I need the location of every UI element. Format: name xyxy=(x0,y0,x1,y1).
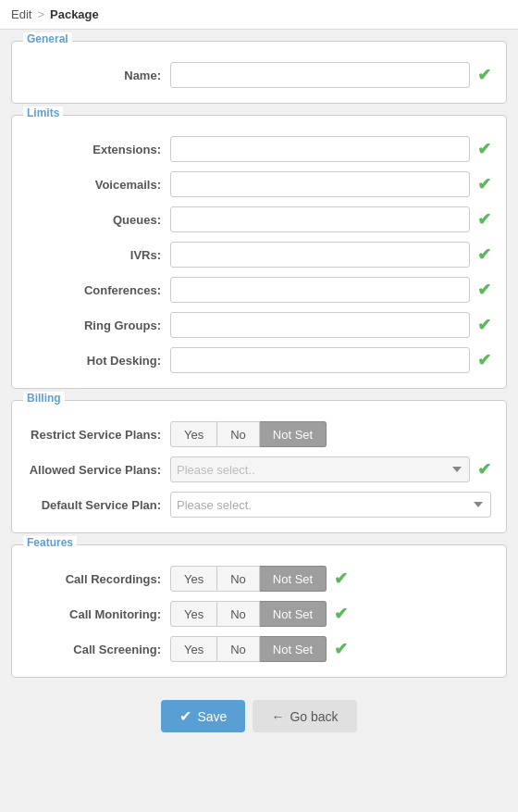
call-recordings-check-icon: ✔ xyxy=(334,568,348,589)
features-legend: Features xyxy=(23,536,77,549)
restrict-no-button[interactable]: No xyxy=(217,421,260,447)
save-button[interactable]: ✔ Save xyxy=(161,700,245,732)
extensions-check-icon: ✔ xyxy=(477,139,491,159)
restrict-service-plans-label: Restrict Service Plans: xyxy=(27,428,170,442)
allowed-service-plans-label: Allowed Service Plans: xyxy=(27,463,170,477)
call-recordings-label: Call Recordings: xyxy=(27,572,170,586)
extensions-label: Extensions: xyxy=(27,143,170,156)
extensions-input[interactable] xyxy=(170,136,470,162)
allowed-service-plans-row: Allowed Service Plans: Please select.. ✔ xyxy=(27,456,491,482)
extensions-row: Extensions: ✔ xyxy=(27,136,491,162)
call-monitoring-btngroup: Yes No Not Set xyxy=(170,601,327,627)
save-label: Save xyxy=(197,709,227,724)
call-screening-check-icon: ✔ xyxy=(334,639,348,659)
breadcrumb-current: Package xyxy=(50,7,99,21)
queues-check-icon: ✔ xyxy=(477,209,491,230)
call-monitoring-row: Call Monitoring: Yes No Not Set ✔ xyxy=(27,601,491,627)
hot-desking-label: Hot Desking: xyxy=(27,354,170,368)
billing-section: Billing Restrict Service Plans: Yes No N… xyxy=(11,400,507,533)
ring-groups-check-icon: ✔ xyxy=(477,315,491,335)
call-monitoring-label: Call Monitoring: xyxy=(27,607,170,621)
breadcrumb-edit-link[interactable]: Edit xyxy=(11,7,31,21)
call-screening-row: Call Screening: Yes No Not Set ✔ xyxy=(27,636,491,662)
call-recordings-row: Call Recordings: Yes No Not Set ✔ xyxy=(27,566,491,592)
restrict-service-plans-row: Restrict Service Plans: Yes No Not Set xyxy=(27,421,491,447)
call-monitoring-no-button[interactable]: No xyxy=(217,601,260,627)
default-service-plan-select[interactable]: Please select. xyxy=(170,492,491,518)
limits-legend: Limits xyxy=(23,106,63,119)
conferences-check-icon: ✔ xyxy=(477,280,491,300)
call-recordings-notset-button[interactable]: Not Set xyxy=(260,566,327,592)
ring-groups-label: Ring Groups: xyxy=(27,319,170,332)
queues-label: Queues: xyxy=(27,213,170,227)
queues-input[interactable] xyxy=(170,206,470,232)
save-check-icon: ✔ xyxy=(179,707,191,725)
hot-desking-check-icon: ✔ xyxy=(477,350,491,370)
voicemails-row: Voicemails: ✔ xyxy=(27,171,491,197)
bottom-actions: ✔ Save ← Go back xyxy=(11,689,507,747)
features-section: Features Call Recordings: Yes No Not Set… xyxy=(11,544,507,678)
default-service-plan-row: Default Service Plan: Please select. xyxy=(27,492,491,518)
conferences-row: Conferences: ✔ xyxy=(27,277,491,303)
call-recordings-yes-button[interactable]: Yes xyxy=(170,566,217,592)
ring-groups-row: Ring Groups: ✔ xyxy=(27,312,491,338)
call-screening-yes-button[interactable]: Yes xyxy=(170,636,217,662)
go-back-label: Go back xyxy=(290,709,338,724)
go-back-button[interactable]: ← Go back xyxy=(253,700,356,732)
ring-groups-input[interactable] xyxy=(170,312,470,338)
restrict-yes-button[interactable]: Yes xyxy=(170,421,217,447)
ivrs-label: IVRs: xyxy=(27,248,170,262)
default-service-plan-label: Default Service Plan: xyxy=(27,498,170,512)
ivrs-row: IVRs: ✔ xyxy=(27,242,491,268)
hot-desking-row: Hot Desking: ✔ xyxy=(27,347,491,373)
call-screening-label: Call Screening: xyxy=(27,643,170,656)
restrict-service-plans-btngroup: Yes No Not Set xyxy=(170,421,327,447)
voicemails-input[interactable] xyxy=(170,171,470,197)
conferences-input[interactable] xyxy=(170,277,470,303)
breadcrumb: Edit > Package xyxy=(0,0,518,30)
call-monitoring-check-icon: ✔ xyxy=(334,604,348,624)
call-screening-notset-button[interactable]: Not Set xyxy=(260,636,327,662)
call-recordings-btngroup: Yes No Not Set xyxy=(170,566,327,592)
voicemails-check-icon: ✔ xyxy=(477,174,491,194)
ivrs-input[interactable] xyxy=(170,242,470,268)
name-check-icon: ✔ xyxy=(477,65,491,85)
call-monitoring-notset-button[interactable]: Not Set xyxy=(260,601,327,627)
queues-row: Queues: ✔ xyxy=(27,206,491,232)
go-back-arrow-icon: ← xyxy=(271,709,284,724)
billing-legend: Billing xyxy=(23,392,65,405)
call-recordings-no-button[interactable]: No xyxy=(217,566,260,592)
allowed-service-plans-check-icon: ✔ xyxy=(477,459,491,480)
breadcrumb-separator: > xyxy=(37,7,44,21)
allowed-service-plans-select[interactable]: Please select.. xyxy=(170,456,470,482)
call-monitoring-yes-button[interactable]: Yes xyxy=(170,601,217,627)
conferences-label: Conferences: xyxy=(27,283,170,297)
call-screening-btngroup: Yes No Not Set xyxy=(170,636,327,662)
name-input[interactable] xyxy=(170,62,470,88)
voicemails-label: Voicemails: xyxy=(27,178,170,192)
page-content: General Name: ✔ Limits Extensions: ✔ Voi… xyxy=(0,30,518,758)
name-row: Name: ✔ xyxy=(27,62,491,88)
hot-desking-input[interactable] xyxy=(170,347,470,373)
general-legend: General xyxy=(23,32,72,45)
restrict-notset-button[interactable]: Not Set xyxy=(260,421,327,447)
call-screening-no-button[interactable]: No xyxy=(217,636,260,662)
limits-section: Limits Extensions: ✔ Voicemails: ✔ Queue… xyxy=(11,115,507,389)
name-label: Name: xyxy=(27,69,170,82)
general-section: General Name: ✔ xyxy=(11,41,507,104)
ivrs-check-icon: ✔ xyxy=(477,244,491,265)
